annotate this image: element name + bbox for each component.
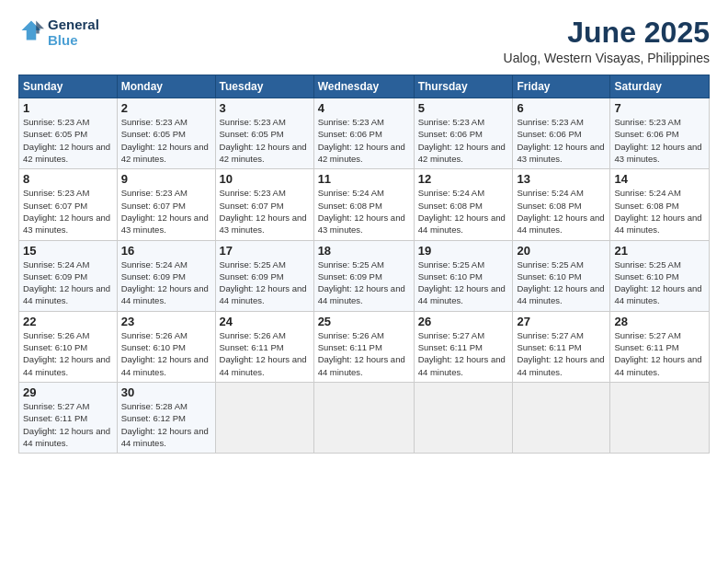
table-cell: 22 Sunrise: 5:26 AMSunset: 6:10 PMDaylig… <box>19 311 118 382</box>
day-number: 18 <box>318 244 410 258</box>
table-cell <box>610 382 710 453</box>
day-number: 10 <box>220 172 310 186</box>
header: General Blue June 2025 Ualog, Western Vi… <box>18 17 710 65</box>
table-cell: 23 Sunrise: 5:26 AMSunset: 6:10 PMDaylig… <box>117 311 215 382</box>
week-row: 29 Sunrise: 5:27 AMSunset: 6:11 PMDaylig… <box>19 382 710 453</box>
day-info: Sunrise: 5:25 AMSunset: 6:10 PMDaylight:… <box>614 259 705 307</box>
table-cell: 3 Sunrise: 5:23 AMSunset: 6:05 PMDayligh… <box>215 98 313 169</box>
day-info: Sunrise: 5:26 AMSunset: 6:10 PMDaylight:… <box>121 329 211 378</box>
day-info: Sunrise: 5:23 AMSunset: 6:07 PMDaylight:… <box>220 187 310 236</box>
table-cell: 11 Sunrise: 5:24 AMSunset: 6:08 PMDaylig… <box>313 169 414 240</box>
logo-line2: Blue <box>48 32 78 48</box>
day-info: Sunrise: 5:27 AMSunset: 6:11 PMDaylight:… <box>418 329 509 378</box>
day-number: 16 <box>121 244 211 258</box>
day-number: 28 <box>614 315 705 328</box>
day-info: Sunrise: 5:23 AMSunset: 6:05 PMDaylight:… <box>23 116 113 165</box>
title-area: June 2025 Ualog, Western Visayas, Philip… <box>504 17 710 65</box>
day-info: Sunrise: 5:27 AMSunset: 6:11 PMDaylight:… <box>517 329 606 378</box>
day-number: 7 <box>614 101 705 115</box>
day-info: Sunrise: 5:23 AMSunset: 6:05 PMDaylight:… <box>121 116 211 165</box>
day-number: 1 <box>23 101 113 115</box>
table-cell: 29 Sunrise: 5:27 AMSunset: 6:11 PMDaylig… <box>19 382 118 453</box>
table-cell: 2 Sunrise: 5:23 AMSunset: 6:05 PMDayligh… <box>117 98 215 169</box>
table-cell: 13 Sunrise: 5:24 AMSunset: 6:08 PMDaylig… <box>513 169 610 240</box>
day-number: 12 <box>418 172 509 186</box>
day-number: 19 <box>418 244 509 258</box>
table-cell <box>215 382 313 453</box>
logo-line1: General <box>48 17 99 32</box>
day-info: Sunrise: 5:24 AMSunset: 6:08 PMDaylight:… <box>614 187 705 236</box>
day-info: Sunrise: 5:28 AMSunset: 6:12 PMDaylight:… <box>121 400 211 449</box>
table-cell <box>414 382 513 453</box>
day-info: Sunrise: 5:23 AMSunset: 6:07 PMDaylight:… <box>23 187 113 236</box>
table-cell: 1 Sunrise: 5:23 AMSunset: 6:05 PMDayligh… <box>19 98 118 169</box>
day-number: 27 <box>517 315 606 328</box>
day-number: 22 <box>23 315 113 328</box>
table-cell: 27 Sunrise: 5:27 AMSunset: 6:11 PMDaylig… <box>513 311 610 382</box>
table-cell: 4 Sunrise: 5:23 AMSunset: 6:06 PMDayligh… <box>313 98 414 169</box>
logo: General Blue <box>18 17 99 49</box>
col-monday: Monday <box>117 75 215 98</box>
table-cell: 18 Sunrise: 5:25 AMSunset: 6:09 PMDaylig… <box>313 240 414 311</box>
day-number: 25 <box>318 315 410 328</box>
col-sunday: Sunday <box>19 75 118 98</box>
col-friday: Friday <box>513 75 610 98</box>
day-number: 11 <box>318 172 410 186</box>
table-cell: 15 Sunrise: 5:24 AMSunset: 6:09 PMDaylig… <box>19 240 118 311</box>
day-info: Sunrise: 5:23 AMSunset: 6:06 PMDaylight:… <box>318 116 410 165</box>
page: General Blue June 2025 Ualog, Western Vi… <box>0 0 728 563</box>
day-info: Sunrise: 5:25 AMSunset: 6:10 PMDaylight:… <box>517 259 606 307</box>
week-row: 8 Sunrise: 5:23 AMSunset: 6:07 PMDayligh… <box>19 169 710 240</box>
day-info: Sunrise: 5:23 AMSunset: 6:07 PMDaylight:… <box>121 187 211 236</box>
table-cell: 12 Sunrise: 5:24 AMSunset: 6:08 PMDaylig… <box>414 169 513 240</box>
table-cell: 28 Sunrise: 5:27 AMSunset: 6:11 PMDaylig… <box>610 311 710 382</box>
day-number: 8 <box>23 172 113 186</box>
table-cell <box>313 382 414 453</box>
table-cell: 8 Sunrise: 5:23 AMSunset: 6:07 PMDayligh… <box>19 169 118 240</box>
table-cell <box>513 382 610 453</box>
day-info: Sunrise: 5:23 AMSunset: 6:06 PMDaylight:… <box>418 116 509 165</box>
col-wednesday: Wednesday <box>313 75 414 98</box>
day-number: 2 <box>121 101 211 115</box>
day-number: 15 <box>23 244 113 258</box>
day-info: Sunrise: 5:26 AMSunset: 6:11 PMDaylight:… <box>318 329 410 378</box>
day-info: Sunrise: 5:24 AMSunset: 6:08 PMDaylight:… <box>418 187 509 236</box>
day-number: 6 <box>517 101 606 115</box>
day-info: Sunrise: 5:25 AMSunset: 6:09 PMDaylight:… <box>220 259 310 307</box>
table-cell: 17 Sunrise: 5:25 AMSunset: 6:09 PMDaylig… <box>215 240 313 311</box>
day-number: 3 <box>220 101 310 115</box>
col-saturday: Saturday <box>610 75 710 98</box>
table-cell: 5 Sunrise: 5:23 AMSunset: 6:06 PMDayligh… <box>414 98 513 169</box>
week-row: 1 Sunrise: 5:23 AMSunset: 6:05 PMDayligh… <box>19 98 710 169</box>
table-cell: 26 Sunrise: 5:27 AMSunset: 6:11 PMDaylig… <box>414 311 513 382</box>
day-number: 21 <box>614 244 705 258</box>
logo-text: General Blue <box>48 17 99 49</box>
month-title: June 2025 <box>504 17 710 49</box>
day-number: 20 <box>517 244 606 258</box>
day-info: Sunrise: 5:26 AMSunset: 6:11 PMDaylight:… <box>220 329 310 378</box>
col-tuesday: Tuesday <box>215 75 313 98</box>
day-info: Sunrise: 5:27 AMSunset: 6:11 PMDaylight:… <box>614 329 705 378</box>
day-number: 9 <box>121 172 211 186</box>
day-info: Sunrise: 5:23 AMSunset: 6:05 PMDaylight:… <box>220 116 310 165</box>
day-info: Sunrise: 5:24 AMSunset: 6:08 PMDaylight:… <box>517 187 606 236</box>
day-number: 4 <box>318 101 410 115</box>
week-row: 22 Sunrise: 5:26 AMSunset: 6:10 PMDaylig… <box>19 311 710 382</box>
table-cell: 9 Sunrise: 5:23 AMSunset: 6:07 PMDayligh… <box>117 169 215 240</box>
day-number: 26 <box>418 315 509 328</box>
day-info: Sunrise: 5:24 AMSunset: 6:09 PMDaylight:… <box>121 259 211 307</box>
day-info: Sunrise: 5:23 AMSunset: 6:06 PMDaylight:… <box>517 116 606 165</box>
day-number: 13 <box>517 172 606 186</box>
table-cell: 30 Sunrise: 5:28 AMSunset: 6:12 PMDaylig… <box>117 382 215 453</box>
table-cell: 25 Sunrise: 5:26 AMSunset: 6:11 PMDaylig… <box>313 311 414 382</box>
day-number: 24 <box>220 315 310 328</box>
svg-marker-2 <box>36 21 44 34</box>
table-cell: 19 Sunrise: 5:25 AMSunset: 6:10 PMDaylig… <box>414 240 513 311</box>
table-cell: 6 Sunrise: 5:23 AMSunset: 6:06 PMDayligh… <box>513 98 610 169</box>
location: Ualog, Western Visayas, Philippines <box>504 51 710 65</box>
table-cell: 14 Sunrise: 5:24 AMSunset: 6:08 PMDaylig… <box>610 169 710 240</box>
day-info: Sunrise: 5:23 AMSunset: 6:06 PMDaylight:… <box>614 116 705 165</box>
day-info: Sunrise: 5:24 AMSunset: 6:08 PMDaylight:… <box>318 187 410 236</box>
day-number: 14 <box>614 172 705 186</box>
table-cell: 21 Sunrise: 5:25 AMSunset: 6:10 PMDaylig… <box>610 240 710 311</box>
